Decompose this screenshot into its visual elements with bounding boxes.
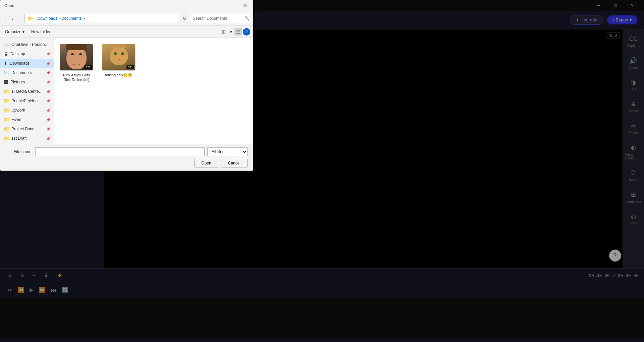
- tree-item-label: Documents: [11, 70, 32, 75]
- pin-icon: 📌: [46, 62, 50, 65]
- tree-item-onedrive[interactable]: ☁️ OneDrive - Person…: [0, 40, 54, 49]
- cat-badge: 321: [126, 65, 134, 69]
- tree-item-label: Desktop: [10, 52, 25, 56]
- breadcrumb-expand-button[interactable]: ▾: [83, 16, 86, 20]
- folder-icon: 📁: [4, 89, 9, 94]
- rick-smile: [72, 62, 80, 65]
- tree-item-label: Project Bonds: [11, 127, 37, 131]
- pin-icon: 📌: [46, 109, 50, 112]
- pin-icon: 📌: [46, 90, 50, 93]
- forward-button[interactable]: ›: [10, 14, 16, 22]
- tree-item-label: PeoplePerHour: [11, 98, 39, 103]
- medium-icons-button[interactable]: ☰: [234, 28, 242, 36]
- rick-badge: 321: [84, 65, 92, 69]
- refresh-button[interactable]: ↻: [180, 14, 189, 22]
- tree-item-documents[interactable]: 📄 Documents 📌: [0, 68, 54, 77]
- search-box: 🔍: [190, 14, 250, 23]
- cat-left-eye: [114, 52, 117, 55]
- filename-row: File name: All files Video files Audio f…: [6, 147, 248, 156]
- rick-hair: [66, 44, 87, 50]
- pin-icon: 📌: [46, 137, 50, 140]
- filename-label: File name:: [6, 149, 33, 154]
- view-dropdown-button[interactable]: ▾: [228, 28, 234, 36]
- rick-right-eye: [79, 53, 82, 55]
- file-item-cat[interactable]: 321 talking cat-🙂🙂: [100, 42, 137, 84]
- search-input[interactable]: [193, 16, 243, 21]
- open-button[interactable]: Open: [194, 159, 218, 167]
- tree-item-pph[interactable]: 📁 PeoplePerHour 📌: [0, 96, 54, 106]
- cat-right-ear: [120, 44, 127, 48]
- dialog-help-button[interactable]: ?: [243, 28, 250, 36]
- pin-icon: 📌: [46, 118, 50, 122]
- file-thumbnail-rick: 321: [60, 44, 93, 71]
- tree-item-fiverr[interactable]: 📁 Fiverr 📌: [0, 115, 54, 124]
- dialog-toolbar: Organize ▾ New folder ⊞ ▾ ☰ ?: [0, 26, 253, 38]
- tree-item-label: Upwork: [11, 108, 25, 113]
- dialog-title: Open: [4, 3, 241, 8]
- tree-item-media[interactable]: 📁 1. Media Cente… 📌: [0, 87, 54, 96]
- dialog-close-button[interactable]: ✕: [241, 2, 249, 10]
- filename-input[interactable]: [35, 147, 205, 156]
- search-icon: 🔍: [245, 16, 250, 21]
- nav-tree: ☁️ OneDrive - Person… 🖥 Desktop 📌 ⬇ Down…: [0, 38, 54, 144]
- tree-item-desktop[interactable]: 🖥 Desktop 📌: [0, 49, 54, 59]
- modal-overlay: Open ✕ ‹ › ↑ 📁 › Downloads › Documents ▾…: [0, 0, 644, 342]
- tree-item-label: OneDrive - Person…: [11, 42, 49, 47]
- breadcrumb-folder-icon: 📁: [28, 16, 33, 21]
- footer-buttons: Open Cancel: [6, 159, 248, 167]
- breadcrumb-documents[interactable]: Documents: [61, 16, 82, 21]
- tree-item-upwork[interactable]: 📁 Upwork 📌: [0, 106, 54, 115]
- rick-face: [66, 46, 87, 69]
- back-button[interactable]: ‹: [3, 14, 9, 22]
- folder-icon: 📁: [4, 98, 9, 104]
- organize-button[interactable]: Organize ▾: [3, 28, 26, 36]
- folder-icon: 📁: [4, 108, 9, 113]
- pin-icon: 📌: [46, 52, 50, 56]
- pin-icon: 📌: [46, 80, 50, 84]
- tree-item-pictures[interactable]: 🖼 Pictures 📌: [0, 77, 54, 87]
- open-file-dialog: Open ✕ ‹ › ↑ 📁 › Downloads › Documents ▾…: [0, 0, 253, 171]
- up-button[interactable]: ↑: [17, 14, 23, 22]
- dialog-footer: File name: All files Video files Audio f…: [0, 144, 253, 170]
- dialog-nav: ‹ › ↑ 📁 › Downloads › Documents ▾ ↻ 🔍: [0, 11, 253, 26]
- tree-item-downloads[interactable]: ⬇ Downloads 📌: [0, 59, 54, 68]
- onedrive-icon: ☁️: [4, 42, 9, 47]
- cancel-button[interactable]: Cancel: [221, 159, 248, 167]
- desktop-icon: 🖥: [4, 51, 8, 57]
- tree-item-label: 1st Draft: [11, 136, 26, 141]
- folder-icon: 📁: [4, 117, 9, 122]
- tree-item-label: Pictures: [10, 80, 25, 84]
- new-folder-button[interactable]: New folder: [29, 28, 52, 36]
- cat-left-ear: [111, 44, 118, 48]
- cat-face: [110, 47, 128, 65]
- rick-left-eye: [71, 53, 74, 55]
- documents-icon: 📄: [4, 70, 9, 75]
- tree-item-label: Fiverr: [11, 117, 22, 122]
- dialog-titlebar: Open ✕: [0, 0, 253, 11]
- dialog-body: ☁️ OneDrive - Person… 🖥 Desktop 📌 ⬇ Down…: [0, 38, 253, 144]
- folder-icon: 📁: [4, 126, 9, 132]
- pin-icon: 📌: [46, 127, 50, 131]
- tree-item-firstdraft[interactable]: 📁 1st Draft 📌: [0, 134, 54, 143]
- filetype-select[interactable]: All files Video files Audio files Image …: [207, 147, 248, 156]
- cat-filename: talking cat-🙂🙂: [105, 73, 132, 77]
- tree-item-label: Downloads: [10, 61, 30, 66]
- large-icons-button[interactable]: ⊞: [220, 28, 227, 36]
- tree-item-projectbonds[interactable]: 📁 Project Bonds 📌: [0, 124, 54, 134]
- file-area: 321 Rick Astley Gets Rick Rolled (lol): [54, 38, 253, 144]
- file-thumbnail-cat: 321: [102, 44, 136, 71]
- tree-item-label: 1. Media Cente…: [11, 89, 43, 94]
- breadcrumb: 📁 › Downloads › Documents ▾: [24, 14, 179, 23]
- breadcrumb-downloads[interactable]: Downloads: [37, 16, 57, 21]
- pictures-icon: 🖼: [4, 79, 8, 85]
- cat-right-eye: [121, 52, 124, 55]
- folder-icon: 📁: [4, 136, 9, 141]
- cat-nose: [118, 59, 120, 61]
- rick-filename: Rick Astley Gets Rick Rolled (lol): [60, 73, 93, 82]
- pin-icon: 📌: [46, 71, 50, 75]
- pin-icon: 📌: [46, 99, 50, 103]
- downloads-icon: ⬇: [4, 61, 8, 66]
- view-buttons: ⊞ ▾ ☰ ?: [220, 28, 250, 36]
- file-item-rick[interactable]: 321 Rick Astley Gets Rick Rolled (lol): [58, 42, 95, 84]
